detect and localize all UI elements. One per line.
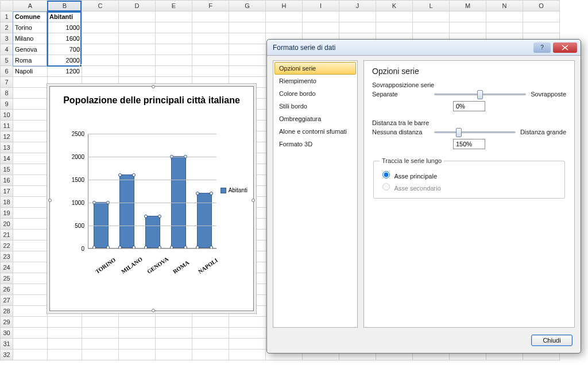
cell[interactable]: [13, 350, 48, 360]
cell[interactable]: [82, 317, 119, 328]
column-header[interactable]: A: [13, 1, 48, 11]
cell[interactable]: [13, 328, 48, 339]
cell[interactable]: [119, 22, 156, 33]
cell[interactable]: [13, 99, 48, 110]
cell[interactable]: [156, 22, 192, 33]
cell[interactable]: [192, 33, 229, 44]
row-header[interactable]: 25: [1, 273, 13, 284]
chart-bar[interactable]: [145, 216, 160, 248]
column-header[interactable]: D: [119, 1, 156, 11]
cell[interactable]: [13, 273, 48, 284]
cell[interactable]: [13, 153, 48, 164]
chart-resize-handle[interactable]: [48, 199, 52, 202]
row-header[interactable]: 28: [1, 306, 13, 317]
dialog-nav-item[interactable]: Colore bordo: [274, 87, 356, 100]
chart-title[interactable]: Popolazione delle principali città itali…: [50, 87, 253, 108]
cell[interactable]: [82, 22, 119, 33]
cell[interactable]: Roma: [13, 55, 48, 66]
cell[interactable]: [192, 11, 229, 22]
column-header[interactable]: N: [486, 1, 523, 11]
cell[interactable]: [229, 350, 266, 360]
cell[interactable]: [486, 22, 523, 33]
cell[interactable]: [156, 339, 192, 350]
row-header[interactable]: 2: [1, 22, 13, 33]
cell[interactable]: [13, 317, 48, 328]
column-header[interactable]: F: [192, 1, 229, 11]
cell[interactable]: [156, 350, 192, 360]
chart-bar[interactable]: [94, 202, 109, 248]
close-button[interactable]: Chiudi: [531, 335, 572, 346]
cell[interactable]: [13, 131, 48, 142]
cell[interactable]: [156, 55, 192, 66]
dialog-nav[interactable]: Opzioni serieRiempimentoColore bordoStil…: [273, 60, 358, 328]
cell[interactable]: [13, 186, 48, 197]
chart-resize-handle[interactable]: [152, 85, 155, 88]
cell[interactable]: [82, 11, 119, 22]
row-header[interactable]: 13: [1, 142, 13, 153]
cell[interactable]: [119, 317, 156, 328]
help-button[interactable]: ?: [533, 42, 551, 53]
cell[interactable]: [192, 317, 229, 328]
chart-legend[interactable]: Abitanti: [220, 187, 247, 193]
cell[interactable]: 700: [48, 44, 82, 55]
chart-bar[interactable]: [119, 174, 134, 248]
row-header[interactable]: 11: [1, 121, 13, 131]
cell[interactable]: [229, 33, 266, 44]
row-header[interactable]: 14: [1, 153, 13, 164]
cell[interactable]: [303, 11, 339, 22]
cell[interactable]: [13, 208, 48, 219]
row-header[interactable]: 19: [1, 208, 13, 219]
gap-slider[interactable]: [434, 127, 516, 137]
cell[interactable]: [13, 88, 48, 99]
cell[interactable]: [486, 11, 523, 22]
cell[interactable]: Torino: [13, 22, 48, 33]
cell[interactable]: [192, 44, 229, 55]
cell[interactable]: [266, 11, 303, 22]
cell[interactable]: [82, 55, 119, 66]
cell[interactable]: [192, 328, 229, 339]
cell[interactable]: 1600: [48, 33, 82, 44]
cell[interactable]: Milano: [13, 33, 48, 44]
column-header[interactable]: K: [376, 1, 413, 11]
cell[interactable]: [13, 110, 48, 121]
cell[interactable]: [13, 197, 48, 208]
cell[interactable]: [266, 22, 303, 33]
column-header[interactable]: C: [82, 1, 119, 11]
cell[interactable]: [376, 22, 413, 33]
dialog-titlebar[interactable]: Formato serie di dati ?: [267, 40, 581, 56]
format-data-series-dialog[interactable]: Formato serie di dati ? Opzioni serieRie…: [266, 39, 581, 354]
row-header[interactable]: 3: [1, 33, 13, 44]
cell[interactable]: 1200: [48, 66, 82, 77]
cell[interactable]: [413, 22, 450, 33]
cell[interactable]: [229, 66, 266, 77]
close-icon[interactable]: [553, 42, 577, 53]
cell[interactable]: [523, 11, 560, 22]
table-row[interactable]: 2Torino1000: [1, 22, 560, 33]
cell[interactable]: [229, 44, 266, 55]
cell[interactable]: [13, 219, 48, 230]
cell[interactable]: [48, 317, 82, 328]
overlap-value-input[interactable]: [453, 101, 485, 111]
axis-primary-option[interactable]: Asse principale: [380, 169, 559, 180]
cell[interactable]: 2000: [48, 55, 82, 66]
cell[interactable]: Abitanti: [48, 11, 82, 22]
cell[interactable]: [82, 328, 119, 339]
cell[interactable]: [119, 33, 156, 44]
row-header[interactable]: 4: [1, 44, 13, 55]
cell[interactable]: [156, 11, 192, 22]
chart-bar[interactable]: [171, 156, 186, 248]
table-row[interactable]: 1ComuneAbitanti: [1, 11, 560, 22]
column-header[interactable]: I: [303, 1, 339, 11]
cell[interactable]: [82, 66, 119, 77]
chart-plot-area[interactable]: 05001000150020002500TORINOMILANOGENOVARO…: [67, 134, 216, 248]
cell[interactable]: [192, 66, 229, 77]
cell[interactable]: [156, 317, 192, 328]
cell[interactable]: [339, 11, 376, 22]
cell[interactable]: [119, 55, 156, 66]
cell[interactable]: [156, 66, 192, 77]
column-header[interactable]: J: [339, 1, 376, 11]
select-all-corner[interactable]: [1, 1, 13, 11]
cell[interactable]: [413, 11, 450, 22]
cell[interactable]: [119, 11, 156, 22]
column-header-row[interactable]: ABCDEFGHIJKLMNO: [1, 1, 560, 11]
